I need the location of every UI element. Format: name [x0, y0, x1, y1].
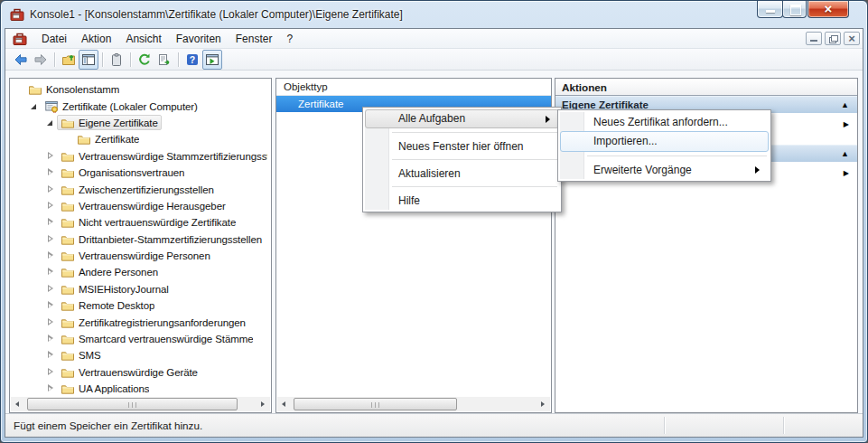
up-one-level-button[interactable]: [59, 50, 79, 70]
close-button[interactable]: [807, 1, 849, 18]
tree-item[interactable]: MSIEHistoryJournal: [10, 281, 271, 297]
tree-item-box[interactable]: Vertrauenswürdige Herausgeber: [57, 198, 229, 213]
submenu-item[interactable]: Neues Zertifikat anfordern...: [560, 112, 769, 131]
expander-icon[interactable]: [12, 83, 24, 96]
tree-item[interactable]: Konsolenstamm: [10, 81, 271, 98]
tree-item-box[interactable]: Vertrauenswürdige Personen: [57, 249, 214, 264]
action-glyph-icon[interactable]: ▶: [844, 113, 849, 137]
expander-icon[interactable]: [44, 366, 57, 379]
titlebar[interactable]: Konsole1 - [Konsolenstamm\Zertifikate (L…: [1, 1, 867, 28]
tree-item[interactable]: Organisationsvertrauen: [10, 165, 271, 181]
expander-icon[interactable]: [44, 233, 57, 246]
tree-item[interactable]: Vertrauenswürdige Personen: [10, 248, 271, 264]
scrollbar-thumb[interactable]: [294, 398, 457, 410]
tree-item-box[interactable]: Eigene Zertifikate: [57, 115, 162, 130]
action-glyph-icon[interactable]: ▶: [844, 162, 849, 185]
help-button[interactable]: ?: [182, 50, 202, 70]
action-glyph-icon[interactable]: ▲: [841, 146, 849, 163]
expander-icon[interactable]: [44, 117, 57, 129]
export-list-button[interactable]: [154, 50, 174, 70]
expander-icon[interactable]: [44, 150, 57, 163]
maximize-button[interactable]: [782, 1, 807, 18]
expander-icon[interactable]: [44, 166, 57, 179]
tree-item-box[interactable]: Vertrauenswürdige Stammzertifizierungsst…: [57, 148, 271, 164]
context-menu-item[interactable]: Alle Aufgaben: [365, 109, 559, 128]
child-close-button[interactable]: [844, 32, 860, 45]
scroll-left-arrow-icon[interactable]: [277, 397, 292, 411]
tree-item-box[interactable]: Zwischenzertifizierungsstellen: [57, 182, 218, 197]
context-menu-item[interactable]: [365, 183, 559, 191]
tree-item[interactable]: UA Applications: [10, 381, 271, 397]
back-button[interactable]: [11, 50, 31, 70]
tree-item-box[interactable]: Drittanbieter-Stammzertifizierungsstelle…: [57, 231, 266, 247]
tree-item[interactable]: Vertrauenswürdige Herausgeber: [10, 198, 271, 214]
expander-icon[interactable]: [44, 250, 57, 262]
tree-item[interactable]: Smartcard vertrauenswürdige Stämme: [10, 331, 271, 347]
scroll-left-arrow-icon[interactable]: [11, 397, 25, 411]
submenu-item[interactable]: [560, 152, 769, 160]
tree-item[interactable]: Eigene Zertifikate: [10, 115, 271, 131]
tree-item[interactable]: Zwischenzertifizierungsstellen: [10, 181, 271, 197]
expander-icon[interactable]: [61, 133, 73, 146]
context-menu-item[interactable]: [365, 156, 559, 164]
refresh-button[interactable]: [135, 50, 154, 70]
tree-item[interactable]: Zertifikate (Lokaler Computer): [10, 98, 271, 114]
tree-item[interactable]: Zertifikate: [10, 131, 271, 147]
properties-button[interactable]: [107, 50, 126, 70]
context-menu-item[interactable]: Aktualisieren: [365, 164, 559, 183]
tree-item[interactable]: Zertifikatregistrierungsanforderungen: [10, 314, 271, 330]
tree-item-box[interactable]: Smartcard vertrauenswürdige Stämme: [57, 332, 257, 347]
minimize-button[interactable]: [757, 1, 783, 18]
tree-item[interactable]: SMS: [10, 347, 271, 363]
forward-button[interactable]: [31, 50, 51, 70]
menubar-item[interactable]: Datei: [34, 29, 74, 49]
tree-item-box[interactable]: Andere Personen: [57, 265, 162, 280]
tree-item[interactable]: Drittanbieter-Stammzertifizierungsstelle…: [10, 231, 271, 248]
expander-icon[interactable]: [44, 216, 57, 229]
expander-icon[interactable]: [44, 333, 57, 345]
context-menu-item[interactable]: Neues Fenster hier öffnen: [365, 137, 559, 156]
menubar-item[interactable]: Aktion: [74, 29, 118, 49]
menubar-item[interactable]: Favoriten: [169, 29, 229, 49]
child-restore-button[interactable]: [825, 32, 841, 45]
expander-icon[interactable]: [44, 299, 57, 312]
tree-item-box[interactable]: UA Applications: [57, 382, 153, 397]
menubar-item[interactable]: Ansicht: [118, 29, 168, 49]
tree-item-box[interactable]: Vertrauenswürdige Geräte: [57, 364, 201, 380]
menubar-item[interactable]: Fenster: [229, 29, 280, 49]
tree-item-box[interactable]: Organisationsvertrauen: [57, 165, 188, 181]
tree-item-box[interactable]: Remote Desktop: [57, 298, 158, 314]
tree-item-box[interactable]: SMS: [57, 348, 105, 363]
expander-icon[interactable]: [44, 382, 57, 395]
submenu-item[interactable]: Importieren...: [560, 131, 769, 152]
tree-item-box[interactable]: MSIEHistoryJournal: [57, 281, 173, 297]
expander-icon[interactable]: [44, 266, 57, 278]
tree-item-box[interactable]: Zertifikate: [73, 132, 143, 147]
tree-item-box[interactable]: Nicht vertrauenswürdige Zertifikate: [57, 215, 239, 231]
expander-icon[interactable]: [44, 283, 57, 296]
tree-item[interactable]: Nicht vertrauenswürdige Zertifikate: [10, 214, 271, 231]
list-horizontal-scrollbar[interactable]: [277, 397, 550, 411]
context-menu-item[interactable]: Hilfe: [365, 191, 559, 210]
expander-icon[interactable]: [44, 316, 57, 329]
tree-item-box[interactable]: Zertifikatregistrierungsanforderungen: [57, 315, 249, 330]
child-minimize-button[interactable]: [806, 32, 822, 45]
show-console-tree-button[interactable]: [79, 50, 98, 70]
scrollbar-thumb[interactable]: [27, 398, 238, 410]
tree-item-box[interactable]: Konsolenstamm: [24, 82, 123, 98]
tree-item[interactable]: Vertrauenswürdige Stammzertifizierungsst…: [10, 148, 271, 165]
action-glyph-icon[interactable]: ▲: [841, 97, 849, 114]
tree-horizontal-scrollbar[interactable]: [11, 397, 270, 411]
tree-item[interactable]: Vertrauenswürdige Geräte: [10, 364, 271, 381]
scroll-right-arrow-icon[interactable]: [536, 397, 550, 411]
expander-icon[interactable]: [44, 200, 57, 212]
scroll-right-arrow-icon[interactable]: [256, 397, 270, 411]
expander-icon[interactable]: [44, 184, 57, 196]
show-action-pane-button[interactable]: [202, 50, 222, 70]
submenu-item[interactable]: Erweiterte Vorgänge: [560, 160, 769, 179]
tree-item[interactable]: Andere Personen: [10, 264, 271, 280]
tree-item[interactable]: Remote Desktop: [10, 297, 271, 314]
expander-icon[interactable]: [28, 100, 41, 113]
tree-item-box[interactable]: Zertifikate (Lokaler Computer): [41, 99, 201, 114]
context-menu-item[interactable]: [365, 128, 559, 137]
